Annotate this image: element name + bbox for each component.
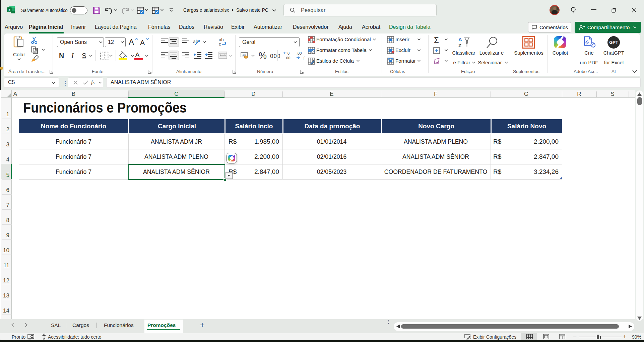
svg-text:ab: ab	[193, 39, 198, 44]
svg-text:Z: Z	[458, 43, 461, 48]
svg-text:0: 0	[287, 51, 289, 55]
svg-text:.00: .00	[297, 51, 302, 55]
svg-text:c: c	[219, 42, 221, 47]
svg-text:.00: .00	[285, 56, 290, 60]
svg-text:,0: ,0	[303, 56, 305, 60]
svg-text:A: A	[458, 37, 462, 42]
svg-text:X: X	[8, 8, 11, 12]
